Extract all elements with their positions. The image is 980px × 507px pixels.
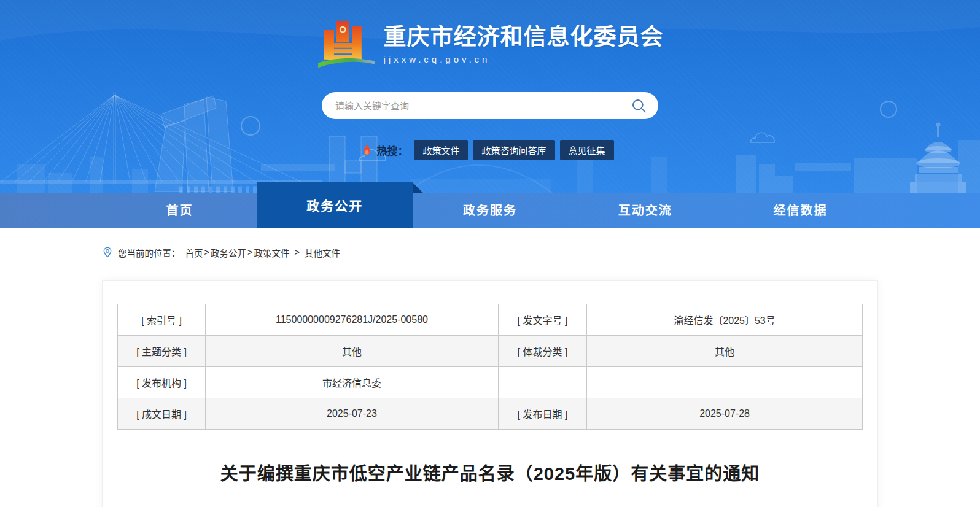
meta-value-genre-category: 其他	[587, 336, 863, 367]
site-url: jjxxw.cq.gov.cn	[384, 54, 664, 64]
meta-value-empty	[587, 367, 863, 398]
meta-table: [ 索引号 ] 11500000009276281J/2025-00580 [ …	[117, 304, 863, 430]
table-row: [ 发布机构 ] 市经济信息委	[118, 367, 863, 398]
nav-tab-services[interactable]: 政务服务	[413, 193, 568, 228]
nav-tab-data[interactable]: 经信数据	[723, 193, 878, 228]
meta-label-issuing-agency: [ 发布机构 ]	[118, 367, 206, 398]
hot-search-row: 热搜： 政策文件 政策咨询问答库 意见征集	[0, 140, 980, 160]
nav-tab-home[interactable]: 首页	[102, 193, 257, 228]
site-banner: 重庆市经济和信息化委员会 jjxxw.cq.gov.cn 热搜： 政策文件 政策…	[0, 0, 980, 193]
search-input[interactable]	[335, 101, 629, 111]
search-icon	[631, 98, 647, 114]
meta-label-doc-no: [ 发文字号 ]	[498, 304, 586, 336]
meta-label-topic-category: [ 主题分类 ]	[118, 336, 206, 367]
meta-value-publish-date: 2025-07-28	[587, 398, 863, 430]
site-brand: 重庆市经济和信息化委员会 jjxxw.cq.gov.cn	[0, 18, 980, 70]
meta-label-index-no: [ 索引号 ]	[118, 304, 206, 336]
nav-tab-public-info[interactable]: 政务公开	[257, 182, 413, 228]
search-button[interactable]	[629, 96, 648, 115]
breadcrumb-link-home[interactable]: 首页	[185, 246, 203, 259]
search-bar[interactable]	[322, 92, 658, 119]
main-nav: 首页 政务公开 政务服务 互动交流 经信数据	[0, 193, 980, 228]
site-logo-icon	[317, 18, 376, 70]
breadcrumb-link-public-info[interactable]: 政务公开	[211, 246, 246, 259]
meta-label-publish-date: [ 发布日期 ]	[498, 398, 586, 430]
hot-item-policy-qa[interactable]: 政策咨询问答库	[473, 140, 554, 160]
breadcrumb-link-policy-files[interactable]: 政策文件	[254, 246, 289, 259]
nav-tab-interaction[interactable]: 互动交流	[567, 193, 723, 228]
document-card: [ 索引号 ] 11500000009276281J/2025-00580 [ …	[102, 280, 878, 507]
meta-label-written-date: [ 成文日期 ]	[118, 398, 206, 430]
meta-label-genre-category: [ 体裁分类 ]	[498, 336, 586, 367]
meta-value-index-no: 11500000009276281J/2025-00580	[206, 304, 499, 336]
hot-item-opinion-solicitation[interactable]: 意见征集	[560, 140, 614, 160]
breadcrumb-prefix: 您当前的位置：	[118, 246, 181, 259]
meta-value-topic-category: 其他	[206, 336, 499, 367]
breadcrumb-separator: >	[204, 247, 209, 257]
breadcrumb: 您当前的位置： 首页 > 政务公开 > 政策文件 > 其他文件	[102, 244, 878, 260]
breadcrumb-link-other-files[interactable]: 其他文件	[305, 246, 340, 259]
flame-icon	[361, 143, 373, 157]
breadcrumb-separator: >	[294, 247, 299, 257]
table-row: [ 成文日期 ] 2025-07-23 [ 发布日期 ] 2025-07-28	[118, 398, 863, 430]
site-title: 重庆市经济和信息化委员会	[384, 24, 664, 51]
meta-value-issuing-agency: 市经济信息委	[206, 367, 499, 398]
hot-search-label: 热搜：	[376, 142, 408, 158]
meta-value-doc-no: 渝经信发〔2025〕53号	[587, 304, 863, 336]
table-row: [ 索引号 ] 11500000009276281J/2025-00580 [ …	[118, 304, 863, 336]
hot-item-policy-documents[interactable]: 政策文件	[414, 140, 468, 160]
location-pin-icon	[102, 246, 113, 259]
breadcrumb-separator: >	[247, 247, 252, 257]
page-content: 您当前的位置： 首页 > 政务公开 > 政策文件 > 其他文件 [ 索引号 ] …	[0, 244, 980, 507]
meta-value-written-date: 2025-07-23	[206, 398, 499, 430]
document-title: 关于编撰重庆市低空产业链产品名录（2025年版）有关事宜的通知	[117, 459, 863, 485]
meta-label-empty	[498, 367, 586, 398]
table-row: [ 主题分类 ] 其他 [ 体裁分类 ] 其他	[118, 336, 863, 367]
